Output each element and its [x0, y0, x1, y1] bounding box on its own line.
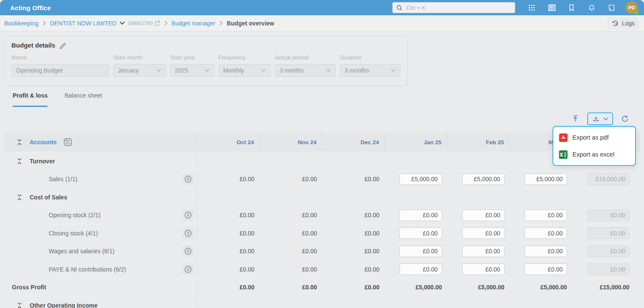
import-upload-button[interactable]	[569, 112, 582, 125]
notifications-bell-icon[interactable]	[587, 3, 596, 12]
app-title: Acting Office	[10, 4, 51, 11]
table-toolbar	[0, 112, 631, 125]
start-year-select: 2025	[170, 64, 214, 77]
breadcrumb-budget-manager[interactable]: Budget manager	[172, 20, 216, 27]
actual-value-cell: £0.00	[260, 207, 322, 224]
export-as-pdf-item[interactable]: Export as pdf	[553, 129, 635, 146]
chevron-right-icon	[219, 20, 223, 26]
upload-icon	[571, 115, 580, 123]
table-row-group: Turnover	[4, 152, 640, 170]
export-as-excel-item[interactable]: Export as excel	[553, 146, 635, 163]
budget-amount-input[interactable]	[462, 263, 505, 275]
actual-value-cell: £0.00	[197, 207, 260, 224]
chevron-right-icon	[164, 20, 168, 26]
row-total-input	[587, 210, 630, 221]
account-cell: Sales (1/1)	[4, 171, 197, 188]
budget-amount-input[interactable]	[525, 246, 567, 257]
start-month-select: January	[113, 64, 166, 77]
external-link-icon[interactable]	[155, 20, 160, 26]
total-cell	[572, 207, 635, 224]
logs-button[interactable]: Logs	[607, 17, 639, 29]
tab-balance-sheet[interactable]: Balance sheet	[64, 92, 102, 107]
budget-amount-input[interactable]	[525, 174, 567, 185]
collapse-all-icon[interactable]	[16, 139, 23, 146]
excel-file-icon	[559, 150, 568, 159]
summary-value-cell: £0.00	[197, 279, 260, 297]
empty-cell	[260, 152, 322, 170]
budget-amount-input[interactable]	[525, 227, 567, 239]
tab-profit-and-loss[interactable]: Profit & loss	[13, 92, 47, 107]
empty-cell	[510, 297, 572, 308]
account-cell: PAYE & NI contributions (6/2)	[4, 260, 197, 278]
accounts-header-label: Accounts	[30, 139, 57, 146]
field-label: Start month	[113, 54, 166, 61]
collapse-group-icon[interactable]	[16, 194, 23, 201]
empty-cell	[260, 188, 322, 206]
workspace-icon[interactable]	[547, 3, 556, 12]
account-label: Sales (1/1)	[49, 176, 78, 182]
budget-input-cell	[385, 207, 447, 224]
user-avatar[interactable]: PD	[625, 1, 638, 14]
empty-cell	[322, 297, 385, 308]
frequency-select: Monthly	[219, 64, 271, 77]
table-row-account: Opening stock (2/1)£0.00£0.00£0.00	[4, 206, 640, 224]
account-cell: Wages and salaries (6/1)	[4, 243, 197, 260]
actual-value-cell: £0.00	[260, 243, 322, 260]
month-column-header: Nov 24	[260, 132, 322, 152]
actual-value-cell: £0.00	[260, 260, 322, 278]
budget-amount-input[interactable]	[462, 210, 505, 221]
account-label: Closing stock (4/1)	[49, 230, 98, 237]
summary-label: Gross Profit	[12, 284, 46, 291]
actual-value-cell: £0.00	[260, 224, 322, 242]
empty-cell	[385, 297, 447, 308]
budget-input-cell	[447, 224, 510, 242]
budget-amount-input[interactable]	[400, 227, 442, 239]
budget-input-cell	[385, 171, 447, 188]
actual-value-cell: £0.00	[197, 260, 260, 278]
empty-cell	[510, 188, 572, 206]
empty-cell	[385, 152, 447, 170]
table-header-row: AccountsOct 24Nov 24Dec 24Jan 25Feb 25Ma…	[4, 132, 640, 152]
budget-amount-input[interactable]	[462, 227, 505, 239]
bookmark-icon[interactable]	[567, 3, 576, 12]
budget-amount-input[interactable]	[400, 263, 442, 275]
open-account-row-button[interactable]	[183, 228, 194, 239]
collapse-group-icon[interactable]	[16, 158, 23, 165]
budget-amount-input[interactable]	[400, 174, 442, 185]
account-label: Opening stock (2/1)	[49, 212, 100, 218]
breadcrumb-bookkeeping[interactable]: Bookkeeping	[4, 20, 39, 27]
open-account-row-button[interactable]	[183, 210, 194, 221]
actual-value-cell: £0.00	[322, 224, 385, 242]
group-label: Other Operating Income	[30, 302, 97, 308]
export-download-button[interactable]	[587, 112, 613, 125]
notes-page-icon[interactable]	[607, 3, 616, 12]
account-cell: Other Operating Income	[4, 297, 197, 308]
pdf-file-icon	[559, 133, 568, 142]
chevron-down-icon	[156, 69, 161, 72]
apps-grid-icon[interactable]	[527, 3, 536, 12]
budget-amount-input[interactable]	[462, 246, 505, 257]
open-account-row-button[interactable]	[183, 174, 194, 185]
empty-cell	[572, 188, 635, 206]
global-search[interactable]	[392, 2, 515, 13]
collapse-group-icon[interactable]	[16, 302, 23, 308]
actual-value-cell: £0.00	[197, 171, 260, 188]
empty-cell	[447, 297, 510, 308]
plus-minus-toggle-icon[interactable]	[64, 138, 72, 146]
open-account-row-button[interactable]	[183, 246, 194, 257]
chevron-down-icon	[603, 117, 608, 121]
search-input[interactable]	[405, 4, 511, 11]
budget-amount-input[interactable]	[525, 263, 567, 275]
budget-amount-input[interactable]	[462, 174, 505, 185]
open-account-row-button[interactable]	[183, 264, 194, 275]
budget-amount-input[interactable]	[400, 210, 442, 221]
edit-pencil-icon[interactable]	[59, 42, 66, 49]
chevron-down-icon[interactable]	[119, 21, 125, 25]
budget-amount-input[interactable]	[400, 246, 442, 257]
breadcrumb-company[interactable]: DENTIST NOW LIMITED	[50, 20, 125, 27]
export-dropdown-menu: Export as pdf Export as excel	[552, 126, 636, 166]
table-row-account: Wages and salaries (6/1)£0.00£0.00£0.00	[4, 242, 640, 260]
avatar-initials: PD	[628, 5, 635, 10]
budget-amount-input[interactable]	[525, 210, 567, 221]
refresh-button[interactable]	[619, 112, 631, 125]
